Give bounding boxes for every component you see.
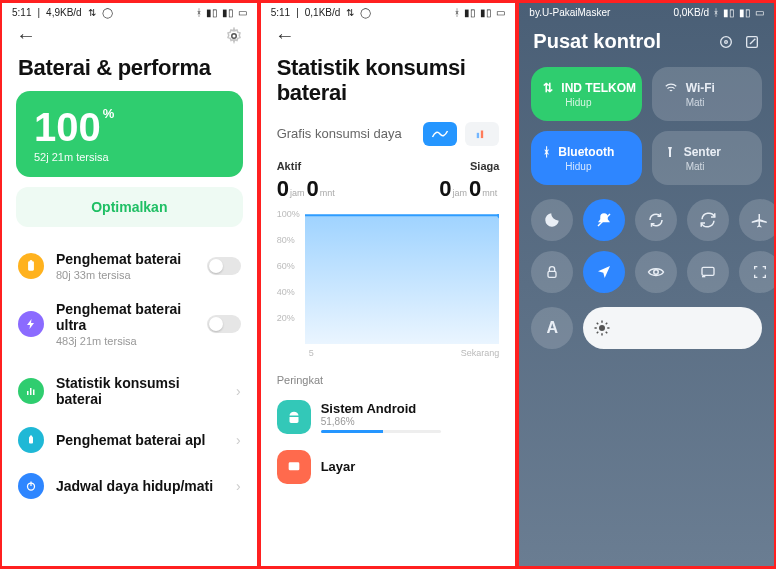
chevron-right-icon: ›	[236, 478, 241, 494]
rank-name: Sistem Android	[321, 401, 441, 416]
svg-line-35	[606, 323, 608, 325]
toggle-battery-saver[interactable]	[207, 257, 241, 275]
battery-chart: 100% 80% 60% 40% 20%	[277, 214, 500, 344]
signal-icon: ▮▯	[464, 7, 476, 18]
settings-icon[interactable]	[225, 27, 243, 45]
data-icon: ⇅	[543, 81, 553, 95]
status-bar: by.U-PakaiMasker 0,0KB/d ᚼ ▮▯ ▮▯ ▭	[519, 3, 774, 20]
tile-wifi[interactable]: Wi-Fi Mati	[652, 67, 762, 121]
toggle-ultra-saver[interactable]	[207, 315, 241, 333]
auto-brightness-button[interactable]: A	[531, 307, 573, 349]
link-label: Statistik konsumsi baterai	[56, 375, 224, 407]
svg-point-20	[721, 36, 732, 47]
battery-pct: 100	[34, 105, 101, 149]
tile-torch[interactable]: Senter Mati	[652, 131, 762, 185]
svg-rect-5	[33, 390, 35, 396]
arrows-icon: ⇅	[346, 7, 354, 18]
svg-point-0	[231, 33, 236, 38]
signal-icon: ▮▯	[206, 7, 218, 18]
back-button[interactable]: ←	[275, 24, 295, 47]
link-schedule[interactable]: Jadwal daya hidup/mati ›	[2, 463, 257, 509]
toggle-lock[interactable]	[531, 251, 573, 293]
svg-rect-7	[30, 436, 32, 438]
bars-icon	[18, 378, 44, 404]
row-ultra-saver[interactable]: Penghemat baterai ultra 483j 21m tersisa	[2, 291, 257, 357]
toggle-sync[interactable]	[687, 199, 729, 241]
graph-label: Grafis konsumsi daya	[277, 126, 402, 141]
brightness-slider[interactable]	[583, 307, 762, 349]
tile-sub: Hidup	[543, 97, 629, 108]
battery-saver-icon	[18, 253, 44, 279]
carrier-name: by.U-PakaiMasker	[529, 7, 610, 18]
svg-rect-11	[481, 130, 483, 138]
battery-remain: 52j 21m tersisa	[34, 151, 225, 163]
row-title: Penghemat baterai ultra	[56, 301, 195, 333]
toggle-reading[interactable]	[635, 251, 677, 293]
rank-item-android[interactable]: Sistem Android 51,86%	[261, 392, 516, 442]
settings-icon[interactable]	[718, 34, 734, 50]
link-label: Penghemat baterai apl	[56, 432, 224, 448]
android-icon	[277, 400, 311, 434]
tile-sub: Mati	[664, 97, 750, 108]
bluetooth-icon: ᚼ	[543, 145, 550, 159]
toggle-scan[interactable]	[739, 251, 776, 293]
active-time: 0jam 0mnt	[277, 176, 337, 202]
row-battery-saver[interactable]: Penghemat baterai 80j 33m tersisa	[2, 241, 257, 291]
bluetooth-icon: ᚼ	[196, 7, 202, 18]
wifi-icon	[664, 81, 678, 95]
page-title: Statistik konsumsi baterai	[261, 47, 516, 116]
back-button[interactable]: ←	[16, 24, 36, 47]
signal-icon: ▮▯	[739, 7, 751, 18]
toggle-cast[interactable]	[687, 251, 729, 293]
rank-header: Peringkat	[261, 358, 516, 392]
status-net: 4,9KB/d	[46, 7, 82, 18]
svg-rect-19	[288, 462, 299, 470]
toggle-location[interactable]	[583, 251, 625, 293]
tile-bluetooth[interactable]: ᚼBluetooth Hidup	[531, 131, 641, 185]
optimize-button[interactable]: Optimalkan	[16, 187, 243, 227]
svg-point-27	[599, 325, 605, 331]
svg-point-25	[654, 270, 659, 275]
status-net: 0,0KB/d	[673, 7, 709, 18]
screen-icon	[277, 450, 311, 484]
link-label: Jadwal daya hidup/mati	[56, 478, 224, 494]
status-time: 5:11	[271, 7, 290, 18]
tile-label: Bluetooth	[558, 145, 614, 159]
whatsapp-icon: ◯	[360, 7, 371, 18]
battery-hero: 100% 52j 21m tersisa	[16, 91, 243, 177]
tile-sub: Hidup	[543, 161, 629, 172]
page-title: Baterai & performa	[2, 47, 257, 91]
bluetooth-icon: ᚼ	[454, 7, 460, 18]
torch-icon	[664, 145, 676, 159]
auto-label: A	[547, 319, 559, 337]
toggle-mute[interactable]	[583, 199, 625, 241]
svg-line-33	[606, 332, 608, 334]
link-app-saver[interactable]: Penghemat baterai apl ›	[2, 417, 257, 463]
power-icon	[18, 473, 44, 499]
bluetooth-icon: ᚼ	[713, 7, 719, 18]
status-net: 0,1KB/d	[305, 7, 341, 18]
rank-item-layar[interactable]: Layar	[261, 442, 516, 492]
tile-label: Senter	[684, 145, 721, 159]
label-active: Aktif	[277, 160, 301, 172]
rank-name: Layar	[321, 459, 356, 474]
chevron-right-icon: ›	[236, 432, 241, 448]
tile-label: Wi-Fi	[686, 81, 715, 95]
toggle-dnd[interactable]	[531, 199, 573, 241]
link-stats[interactable]: Statistik konsumsi baterai ›	[2, 365, 257, 417]
toggle-rotate[interactable]	[635, 199, 677, 241]
graph-mode-line[interactable]	[423, 122, 457, 146]
signal-icon: ▮▯	[480, 7, 492, 18]
edit-icon[interactable]	[744, 34, 760, 50]
whatsapp-icon: ◯	[102, 7, 113, 18]
graph-mode-bars[interactable]	[465, 122, 499, 146]
toggle-airplane[interactable]	[739, 199, 776, 241]
label-standby: Siaga	[470, 160, 499, 172]
chart-x-start: 5	[309, 348, 314, 358]
panel-battery-stats: 5:11| 0,1KB/d ⇅ ◯ ᚼ ▮▯ ▮▯ ▭ ← Statistik …	[259, 0, 518, 569]
chevron-right-icon: ›	[236, 383, 241, 399]
svg-line-34	[597, 332, 599, 334]
tile-mobile-data[interactable]: ⇅IND TELKOM Hidup	[531, 67, 641, 121]
svg-rect-6	[29, 437, 33, 444]
row-title: Penghemat baterai	[56, 251, 195, 267]
